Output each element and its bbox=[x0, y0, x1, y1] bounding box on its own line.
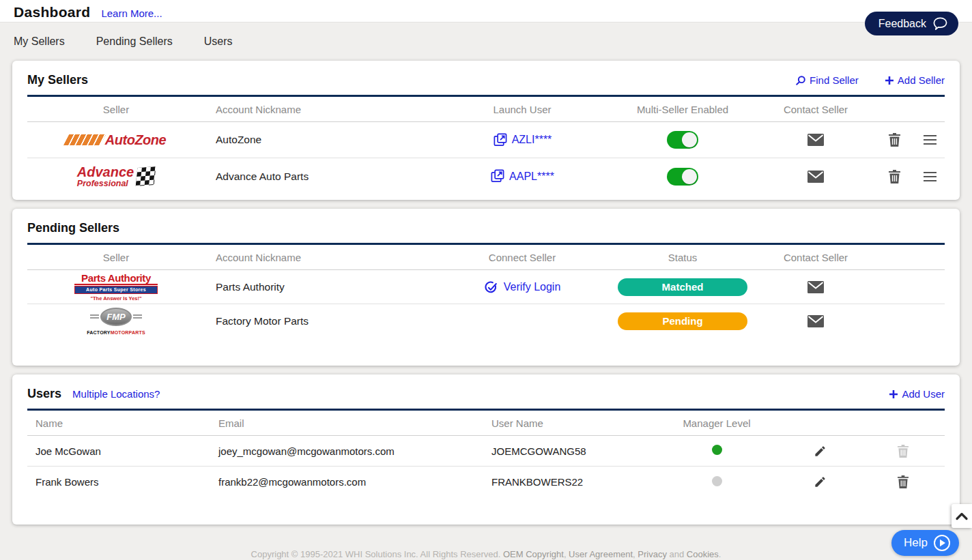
contact-seller-button[interactable] bbox=[807, 171, 824, 183]
col-nickname: Account Nickname bbox=[205, 104, 437, 115]
trash-icon bbox=[898, 475, 909, 488]
play-circle-icon bbox=[933, 534, 951, 552]
check-circle-icon bbox=[484, 280, 499, 295]
fmp-wing bbox=[90, 314, 99, 320]
table-row: Advance Professional Advance Auto Parts … bbox=[27, 158, 945, 194]
col-contact-seller: Contact Seller bbox=[784, 104, 848, 115]
advance-auto-parts-logo: Advance Professional bbox=[77, 165, 155, 188]
users-header-row: Name Email User Name Manager Level bbox=[27, 411, 945, 436]
table-row: Joe McGowan joey_mcgowan@mcgowanmotors.c… bbox=[27, 436, 945, 467]
col-launch-user: Launch User bbox=[493, 104, 551, 115]
cookies-link[interactable]: Cookies bbox=[687, 549, 719, 559]
scroll-to-top-button[interactable] bbox=[952, 504, 972, 528]
table-row: FMP FACTORYMOTORPARTS Factory Motor Part… bbox=[27, 304, 945, 338]
launch-user-link[interactable]: AAPL**** bbox=[490, 169, 554, 183]
chevron-up-icon bbox=[955, 512, 969, 520]
trash-icon bbox=[889, 133, 900, 147]
col-multi-seller: Multi-Seller Enabled bbox=[637, 104, 728, 115]
status-badge: Matched bbox=[618, 278, 747, 296]
add-seller-button[interactable]: Add Seller bbox=[885, 74, 945, 86]
mail-icon bbox=[807, 171, 824, 183]
user-email-cell: frankb22@mcgowanmotors.com bbox=[212, 476, 485, 488]
external-link-icon bbox=[490, 169, 504, 183]
row-menu-icon[interactable] bbox=[924, 172, 937, 181]
privacy-link[interactable]: Privacy bbox=[638, 549, 667, 559]
user-username-cell: FRANKBOWERS22 bbox=[485, 476, 655, 488]
user-username-cell: JOEMCGOWANG58 bbox=[485, 445, 655, 457]
manager-level-indicator bbox=[712, 476, 722, 486]
col-manager-level: Manager Level bbox=[683, 417, 750, 429]
user-agreement-link[interactable]: User Agreement bbox=[569, 549, 633, 559]
trash-icon bbox=[898, 445, 909, 458]
table-row: AutoZone AutoZone AZLI**** bbox=[27, 122, 945, 158]
my-sellers-title: My Sellers bbox=[27, 73, 88, 87]
multi-seller-toggle[interactable] bbox=[667, 131, 698, 149]
launch-user-link[interactable]: AZLI**** bbox=[493, 133, 552, 147]
speech-bubble-icon bbox=[932, 16, 948, 31]
pending-sellers-card: Pending Sellers Seller Account Nickname … bbox=[12, 209, 960, 366]
tab-bar: My Sellers Pending Sellers Users bbox=[0, 23, 972, 61]
col-status: Status bbox=[668, 252, 698, 263]
oem-copyright-link[interactable]: OEM Copyright bbox=[503, 549, 564, 559]
autozone-logo: AutoZone bbox=[66, 132, 166, 148]
multiple-locations-link[interactable]: Multiple Locations? bbox=[72, 388, 160, 400]
page-title: Dashboard bbox=[14, 4, 90, 20]
contact-seller-button[interactable] bbox=[807, 134, 824, 146]
user-email-cell: joey_mcgowan@mcgowanmotors.com bbox=[212, 445, 485, 457]
verify-login-link[interactable]: Verify Login bbox=[484, 280, 561, 295]
table-row: Frank Bowers frankb22@mcgowanmotors.com … bbox=[27, 467, 945, 497]
mail-icon bbox=[807, 134, 824, 146]
delete-seller-button[interactable] bbox=[889, 170, 900, 183]
factory-motor-parts-logo: FMP FACTORYMOTORPARTS bbox=[87, 308, 145, 335]
help-label: Help bbox=[904, 536, 928, 550]
users-title: Users bbox=[27, 387, 61, 401]
user-name-cell: Frank Bowers bbox=[27, 476, 212, 488]
top-bar: Dashboard Learn More... bbox=[0, 0, 972, 23]
external-link-icon bbox=[493, 133, 507, 147]
col-nickname: Account Nickname bbox=[205, 252, 437, 263]
multi-seller-toggle[interactable] bbox=[667, 168, 698, 186]
plus-icon bbox=[889, 389, 898, 399]
tab-users[interactable]: Users bbox=[204, 35, 233, 48]
col-seller: Seller bbox=[103, 104, 129, 115]
fmp-wing bbox=[133, 314, 142, 320]
edit-user-button[interactable] bbox=[814, 445, 827, 458]
contact-seller-button[interactable] bbox=[807, 315, 824, 327]
find-seller-button[interactable]: Find Seller bbox=[795, 74, 859, 86]
pencil-icon bbox=[814, 475, 827, 488]
col-contact-seller: Contact Seller bbox=[784, 252, 848, 263]
feedback-button[interactable]: Feedback bbox=[865, 12, 958, 35]
autozone-stripes bbox=[63, 134, 106, 145]
toggle-knob bbox=[682, 169, 697, 184]
mail-icon bbox=[807, 281, 824, 293]
pencil-icon bbox=[814, 445, 827, 458]
contact-seller-button[interactable] bbox=[807, 281, 824, 293]
feedback-label: Feedback bbox=[878, 18, 926, 30]
delete-user-button[interactable] bbox=[898, 475, 909, 488]
account-nickname: Advance Auto Parts bbox=[205, 171, 437, 183]
tab-pending-sellers[interactable]: Pending Sellers bbox=[96, 35, 173, 48]
plus-icon bbox=[885, 76, 894, 85]
row-menu-icon[interactable] bbox=[924, 135, 937, 145]
add-user-button[interactable]: Add User bbox=[889, 388, 945, 400]
account-nickname: Parts Authority bbox=[205, 281, 437, 293]
toggle-knob bbox=[682, 132, 697, 147]
edit-user-button[interactable] bbox=[814, 475, 827, 488]
delete-user-button bbox=[898, 445, 909, 458]
delete-seller-button[interactable] bbox=[889, 133, 900, 147]
status-badge: Pending bbox=[618, 312, 747, 330]
search-icon bbox=[795, 75, 806, 86]
help-button[interactable]: Help bbox=[891, 530, 959, 556]
footer-copyright: Copyright © 1995-2021 WHI Solutions Inc.… bbox=[0, 549, 972, 559]
users-card: Users Multiple Locations? Add User Name … bbox=[12, 374, 960, 525]
pending-sellers-title: Pending Sellers bbox=[27, 221, 119, 235]
table-row: Parts Authority Auto Parts Super Stores … bbox=[27, 270, 945, 304]
col-user-name: User Name bbox=[485, 417, 655, 429]
learn-more-link[interactable]: Learn More... bbox=[101, 8, 162, 19]
trash-icon bbox=[889, 170, 900, 183]
tab-my-sellers[interactable]: My Sellers bbox=[14, 35, 65, 48]
account-nickname: Factory Motor Parts bbox=[205, 315, 437, 327]
mail-icon bbox=[807, 315, 824, 327]
account-nickname: AutoZone bbox=[205, 134, 437, 146]
parts-authority-logo: Parts Authority Auto Parts Super Stores … bbox=[74, 273, 158, 301]
